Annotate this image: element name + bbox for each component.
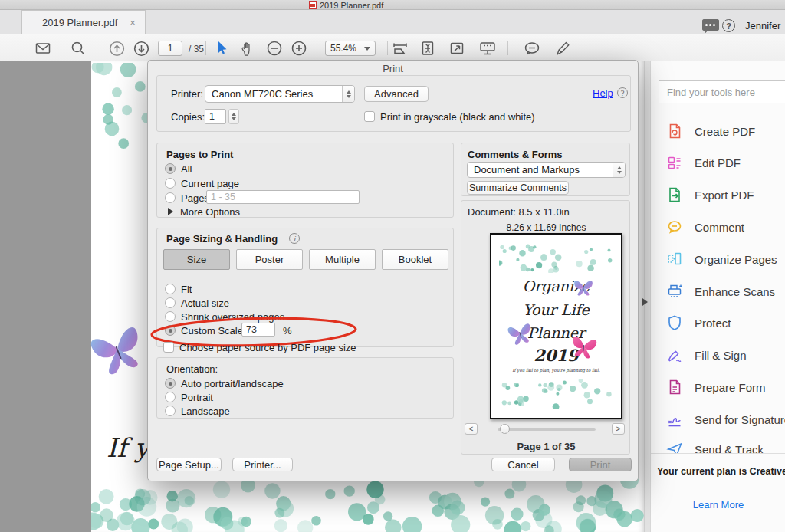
paper-source-checkbox[interactable]: [163, 342, 174, 353]
sidebar-item-organize-pages[interactable]: Organize Pages: [666, 249, 785, 269]
select-cursor-icon[interactable]: [213, 39, 232, 57]
radio-icon[interactable]: [165, 284, 176, 294]
radio-landscape[interactable]: Landscape: [165, 405, 230, 417]
zoom-in-icon[interactable]: [290, 39, 308, 57]
printer-group: Printer: Canon MF720C Series Advanced He…: [156, 75, 631, 132]
radio-icon[interactable]: [165, 406, 176, 416]
sidebar-item-comment[interactable]: Comment: [666, 217, 785, 237]
preview-page-indicator: Page 1 of 35: [461, 441, 631, 452]
grayscale-checkbox-row[interactable]: Print in grayscale (black and white): [364, 110, 535, 123]
paper-size-label: 8.26 x 11.69 Inches: [461, 222, 631, 233]
document-tab[interactable]: 2019 Planner.pdf ×: [21, 10, 146, 34]
learn-more-link[interactable]: Learn More: [651, 499, 785, 511]
printer-dropdown[interactable]: Canon MF720C Series: [205, 85, 355, 103]
cover-tagline: If you fail to plan, you're planning to …: [496, 368, 616, 373]
next-page-icon[interactable]: [132, 39, 150, 57]
pencil-tool-icon[interactable]: [553, 39, 572, 57]
tab-strip: 2019 Planner.pdf ×: [0, 10, 785, 34]
cancel-button[interactable]: Cancel: [491, 458, 555, 471]
cover-butterfly-pink: [567, 329, 601, 361]
radio-icon[interactable]: [165, 297, 176, 308]
grayscale-checkbox[interactable]: [364, 111, 375, 122]
radio-shrink-oversized[interactable]: Shrink oversized pages: [165, 310, 284, 323]
sidebar-item-enhance-scans[interactable]: Enhance Scans: [666, 281, 785, 301]
comments-forms-dropdown[interactable]: Document and Markups: [467, 162, 626, 178]
help-icon[interactable]: ?: [722, 19, 735, 32]
preview-slider-track[interactable]: [498, 428, 596, 431]
toolbar-divider: [205, 41, 206, 55]
multiple-tab-button[interactable]: Multiple: [309, 249, 376, 270]
sidebar-item-prepare-form[interactable]: Prepare Form: [666, 377, 785, 397]
radio-auto-orientation[interactable]: Auto portrait/landscape: [165, 377, 284, 389]
sidebar-item-fill-sign[interactable]: Fill & Sign: [666, 345, 785, 365]
send-track-icon: [666, 441, 683, 453]
email-icon[interactable]: [34, 39, 52, 57]
actual-size-icon[interactable]: [448, 39, 466, 57]
presentation-icon[interactable]: [478, 39, 497, 57]
sidebar-item-send-track-clip: Send & Track: [651, 437, 785, 453]
summarize-comments-button[interactable]: Summarize Comments: [467, 181, 569, 195]
tools-search-input[interactable]: [659, 80, 785, 103]
orientation-heading: Orientation:: [166, 363, 218, 375]
sidebar-item-protect[interactable]: Protect: [666, 313, 785, 333]
help-circle-icon[interactable]: ?: [617, 87, 628, 98]
page-setup-button[interactable]: Page Setup...: [156, 458, 222, 471]
booklet-tab-button[interactable]: Booklet: [382, 249, 448, 270]
zoom-level-dropdown[interactable]: 55.4%: [325, 41, 376, 56]
radio-icon[interactable]: [165, 163, 176, 174]
pages-range-input[interactable]: [206, 190, 360, 204]
radio-fit[interactable]: Fit: [165, 283, 192, 295]
info-icon[interactable]: i: [289, 233, 300, 244]
cover-butterfly-purple: [504, 317, 536, 348]
preview-prev-button[interactable]: <: [465, 423, 478, 435]
radio-custom-scale[interactable]: Custom Scale:: [165, 324, 246, 337]
page-number-input[interactable]: [158, 41, 182, 56]
enhance-scans-icon: [666, 283, 683, 300]
more-options-toggle[interactable]: More Options: [168, 205, 240, 218]
print-button[interactable]: Print: [569, 458, 632, 471]
sidebar-item-edit-pdf[interactable]: Edit PDF: [666, 153, 785, 172]
comment-tool-icon[interactable]: [523, 39, 541, 57]
copies-input[interactable]: [205, 109, 226, 124]
tab-close-icon[interactable]: ×: [130, 17, 136, 28]
zoom-out-icon[interactable]: [265, 39, 284, 57]
search-icon[interactable]: [69, 39, 87, 57]
radio-icon[interactable]: [165, 178, 176, 189]
disclosure-triangle-icon[interactable]: [168, 208, 173, 215]
fit-page-icon[interactable]: [419, 39, 437, 57]
radio-icon[interactable]: [165, 392, 176, 402]
dropdown-stepper-icon: [613, 163, 625, 177]
radio-current-page[interactable]: Current page: [165, 177, 239, 189]
custom-scale-input[interactable]: [241, 323, 275, 337]
advanced-button[interactable]: Advanced: [364, 86, 429, 102]
sidebar-item-create-pdf[interactable]: Create PDF: [666, 121, 785, 141]
crop-pages-icon[interactable]: [391, 39, 409, 57]
size-tab-button[interactable]: Size: [163, 249, 230, 270]
radio-icon[interactable]: [165, 325, 176, 336]
radio-icon[interactable]: [165, 192, 176, 203]
sidebar-item-send-for-signature[interactable]: Send for Signature: [666, 409, 785, 429]
radio-all[interactable]: All: [165, 163, 192, 175]
document-size-label: Document: 8.5 x 11.0in: [468, 206, 570, 218]
print-dialog: Print Printer: Canon MF720C Series Advan…: [147, 60, 639, 481]
previous-page-icon[interactable]: [107, 39, 126, 57]
user-name[interactable]: Jennifer: [745, 20, 780, 31]
printer-settings-button[interactable]: Printer...: [232, 458, 293, 471]
copies-stepper[interactable]: [228, 109, 239, 124]
sidebar-item-export-pdf[interactable]: Export PDF: [666, 185, 785, 205]
comment-icon: [666, 218, 683, 235]
help-link[interactable]: Help: [593, 87, 613, 99]
pages-to-print-group: Pages to Print All Current page Pages Mo…: [156, 143, 454, 218]
notifications-icon[interactable]: [702, 19, 719, 31]
preview-slider-thumb[interactable]: [500, 424, 510, 434]
hand-tool-icon[interactable]: [238, 39, 256, 57]
radio-icon[interactable]: [165, 311, 176, 322]
paper-source-checkbox-row[interactable]: Choose paper source by PDF page size: [163, 341, 356, 353]
radio-pages[interactable]: Pages: [165, 192, 209, 204]
poster-tab-button[interactable]: Poster: [236, 249, 303, 270]
radio-actual-size[interactable]: Actual size: [165, 297, 229, 309]
radio-icon[interactable]: [165, 378, 176, 389]
preview-next-button[interactable]: >: [612, 423, 625, 435]
sidebar-item-send-track[interactable]: Send & Track: [666, 439, 785, 453]
radio-portrait[interactable]: Portrait: [165, 391, 213, 403]
